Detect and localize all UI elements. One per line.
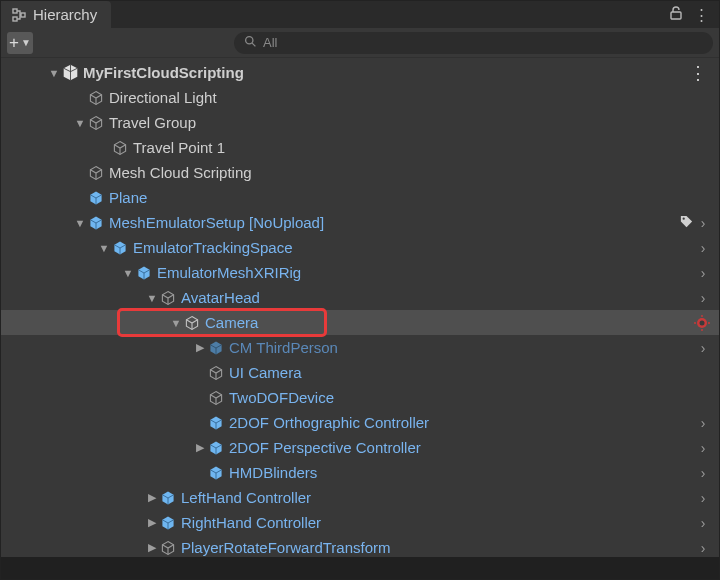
lock-icon[interactable] [668,5,684,24]
foldout-icon[interactable]: ▶ [145,491,159,504]
tree-row[interactable]: ▼ Mesh Cloud Scripting [1,160,719,185]
foldout-icon[interactable]: ▼ [47,67,61,79]
tree-row[interactable]: ▼ Travel Group [1,110,719,135]
tree-row[interactable]: ▼ TwoDOFDevice [1,385,719,410]
foldout-icon[interactable]: ▶ [193,441,207,454]
chevron-right-icon[interactable]: › [695,290,711,306]
item-label: Plane [109,189,711,206]
chevron-right-icon[interactable]: › [695,415,711,431]
prefab-icon [207,439,225,457]
tab-title: Hierarchy [33,6,97,23]
item-label: Camera [205,314,693,331]
tree-row[interactable]: ▼ MeshEmulatorSetup [NoUpload] › [1,210,719,235]
tree-row[interactable]: ▼ EmulatorMeshXRIRig › [1,260,719,285]
item-label: AvatarHead [181,289,695,306]
tree-row[interactable]: ▼ Travel Point 1 [1,135,719,160]
item-label: Mesh Cloud Scripting [109,164,711,181]
scene-menu-icon[interactable]: ⋮ [685,62,711,84]
tree-row[interactable]: ▶ RightHand Controller › [1,510,719,535]
gameobject-icon [87,114,105,132]
item-label: MeshEmulatorSetup [NoUpload] [109,214,679,231]
header-right: ⋮ [658,1,719,28]
gameobject-icon [159,289,177,307]
gameobject-icon [87,164,105,182]
foldout-icon[interactable]: ▶ [193,341,207,354]
hierarchy-tree[interactable]: ▼ MyFirstCloudScripting ⋮ ▼ Directional … [1,58,719,557]
gameobject-icon [207,389,225,407]
plus-icon: + [9,34,19,51]
gameobject-icon [111,139,129,157]
scene-name: MyFirstCloudScripting [83,64,685,81]
item-label: LeftHand Controller [181,489,695,506]
scene-row[interactable]: ▼ MyFirstCloudScripting ⋮ [1,60,719,85]
chevron-right-icon[interactable]: › [695,490,711,506]
foldout-icon[interactable]: ▼ [121,267,135,279]
foldout-icon[interactable]: ▼ [145,292,159,304]
tree-row[interactable]: ▼ 2DOF Orthographic Controller › [1,410,719,435]
item-label: TwoDOFDevice [229,389,711,406]
toolbar: + ▼ All [1,28,719,58]
prefab-icon [87,214,105,232]
item-label: EmulatorTrackingSpace [133,239,695,256]
item-label: 2DOF Perspective Controller [229,439,695,456]
chevron-down-icon: ▼ [21,38,31,48]
item-label: CM ThirdPerson [229,339,695,356]
chevron-right-icon[interactable]: › [695,540,711,556]
chevron-right-icon[interactable]: › [695,240,711,256]
unity-logo-icon [61,64,79,82]
prefab-icon [111,239,129,257]
chevron-right-icon[interactable]: › [695,340,711,356]
foldout-icon[interactable]: ▶ [145,541,159,554]
tree-row[interactable]: ▼ HMDBlinders › [1,460,719,485]
item-label: RightHand Controller [181,514,695,531]
panel-menu-icon[interactable]: ⋮ [694,6,709,24]
tree-row-camera[interactable]: ▼ Camera [1,310,719,335]
tree-row[interactable]: ▶ LeftHand Controller › [1,485,719,510]
prefab-icon [207,414,225,432]
item-label: HMDBlinders [229,464,695,481]
foldout-icon[interactable]: ▶ [145,516,159,529]
hierarchy-tab[interactable]: Hierarchy [1,1,111,28]
tag-icon[interactable] [679,214,695,232]
search-input[interactable]: All [234,32,713,54]
status-bar [1,557,719,579]
tree-row[interactable]: ▶ PlayerRotateForwardTransform › [1,535,719,557]
prefab-icon [207,339,225,357]
tree-row[interactable]: ▼ Directional Light [1,85,719,110]
gameobject-icon [207,364,225,382]
chevron-right-icon[interactable]: › [695,265,711,281]
search-icon [244,35,257,51]
gameobject-icon [183,314,201,332]
svg-rect-3 [671,12,681,19]
tree-row[interactable]: ▼ Plane [1,185,719,210]
foldout-icon[interactable]: ▼ [97,242,111,254]
tree-row[interactable]: ▶ 2DOF Perspective Controller › [1,435,719,460]
svg-rect-1 [21,13,25,17]
item-label: Directional Light [109,89,711,106]
foldout-icon[interactable]: ▼ [169,317,183,329]
chevron-right-icon[interactable]: › [695,440,711,456]
foldout-icon[interactable]: ▼ [73,117,87,129]
svg-point-7 [700,320,705,325]
add-button[interactable]: + ▼ [7,32,33,54]
tree-row[interactable]: ▼ EmulatorTrackingSpace › [1,235,719,260]
prefab-icon [135,264,153,282]
prefab-icon [87,189,105,207]
item-label: Travel Group [109,114,711,131]
chevron-right-icon[interactable]: › [695,515,711,531]
search-placeholder: All [263,35,277,50]
svg-rect-0 [13,9,17,13]
tree-row[interactable]: ▶ CM ThirdPerson › [1,335,719,360]
hierarchy-icon [11,7,27,23]
svg-rect-2 [13,17,17,21]
item-label: EmulatorMeshXRIRig [157,264,695,281]
foldout-icon[interactable]: ▼ [73,217,87,229]
tree-row[interactable]: ▼ UI Camera [1,360,719,385]
gameobject-icon [159,539,177,557]
prefab-icon [159,489,177,507]
warning-icon[interactable] [693,314,711,332]
chevron-right-icon[interactable]: › [695,465,711,481]
chevron-right-icon[interactable]: › [695,215,711,231]
item-label: UI Camera [229,364,711,381]
tree-row[interactable]: ▼ AvatarHead › [1,285,719,310]
